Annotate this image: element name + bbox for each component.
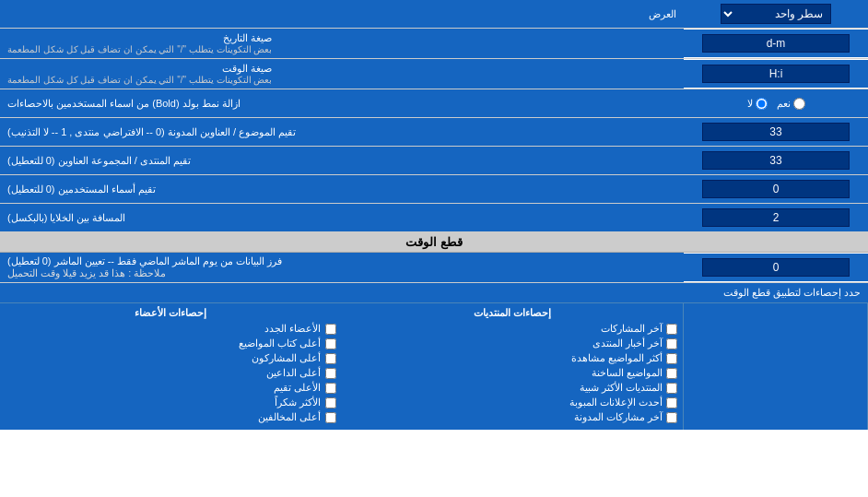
time-cut-section-header: قطع الوقت	[0, 232, 868, 253]
time-cut-row: فرز البيانات من يوم الماشر الماضي فقط --…	[0, 253, 868, 283]
date-format-label: صيغة التاريخ بعض التكوينات يتطلب "/" الت…	[0, 29, 684, 58]
stat-members-5: الأعلى تقيم	[6, 382, 336, 394]
stats-col-empty	[684, 303, 868, 430]
users-per-page-input[interactable]	[702, 180, 850, 198]
display-label: العرض	[0, 5, 684, 24]
stat-members-4: أعلى الداعين	[6, 367, 336, 379]
stat-members-7-checkbox[interactable]	[325, 412, 336, 423]
stats-col-forums: إحصاءات المنتديات آخر المشاركات آخر أخبا…	[342, 303, 685, 430]
display-select[interactable]: سطر واحدسطرينثلاثة أسطر	[721, 4, 831, 24]
time-format-input-wrapper	[684, 60, 868, 88]
cell-gap-input-wrapper	[684, 204, 868, 231]
stat-forums-5: المنتديات الأكثر شبية	[347, 382, 678, 394]
bold-remove-row: ازالة نمط بولد (Bold) من اسماء المستخدمي…	[0, 89, 868, 118]
topics-per-page-input-wrapper	[684, 118, 868, 146]
main-container: العرض سطر واحدسطرينثلاثة أسطر صيغة التار…	[0, 0, 868, 430]
stat-members-6: الأكثر شكراً	[6, 396, 336, 408]
stat-members-1: الأعضاء الجدد	[6, 323, 336, 335]
topics-per-page-label: تقيم الموضوع / العناوين المدونة (0 -- ال…	[0, 118, 684, 146]
display-select-wrapper: سطر واحدسطرينثلاثة أسطر	[684, 0, 868, 28]
stat-forums-2: آخر أخبار المنتدى	[347, 337, 678, 349]
bold-no-radio[interactable]	[756, 98, 768, 110]
stat-forums-3-checkbox[interactable]	[666, 353, 677, 364]
topics-per-page-row: تقيم الموضوع / العناوين المدونة (0 -- ال…	[0, 118, 868, 147]
stats-col-members: إحصاءات الأعضاء الأعضاء الجدد أعلى كتاب …	[0, 303, 342, 430]
stat-members-4-checkbox[interactable]	[325, 368, 336, 379]
stat-forums-1: آخر المشاركات	[347, 323, 678, 335]
stats-columns: إحصاءات المنتديات آخر المشاركات آخر أخبا…	[0, 303, 868, 430]
forums-per-page-input[interactable]	[702, 151, 850, 170]
time-cut-input-wrapper	[684, 254, 868, 281]
time-format-label: صيغة الوقت بعض التكوينات يتطلب "/" التي …	[0, 59, 684, 89]
stat-members-2-checkbox[interactable]	[325, 338, 336, 349]
bold-yes-label: نعم	[777, 98, 805, 110]
stat-forums-4: المواضيع الساخنة	[347, 367, 678, 379]
stat-forums-7-checkbox[interactable]	[666, 412, 677, 423]
date-format-input-wrapper	[684, 30, 868, 57]
display-row: العرض سطر واحدسطرينثلاثة أسطر	[0, 0, 868, 29]
stat-forums-3: أكثر المواضيع مشاهدة	[347, 352, 678, 364]
stat-members-7: أعلى المخالفين	[6, 411, 336, 423]
time-cut-input[interactable]	[702, 258, 850, 277]
time-format-input[interactable]	[702, 65, 850, 83]
stat-forums-6: أحدث الإعلانات المبوبة	[347, 396, 678, 408]
cell-gap-row: المسافة بين الخلايا (بالبكسل)	[0, 204, 868, 232]
stat-forums-4-checkbox[interactable]	[666, 368, 677, 379]
stat-forums-7: آخر مشاركات المدونة	[347, 411, 678, 423]
stats-col-members-header: إحصاءات الأعضاء	[6, 307, 336, 319]
forums-per-page-label: تقيم المنتدى / المجموعة العناوين (0 للتع…	[0, 147, 684, 174]
stat-members-1-checkbox[interactable]	[325, 324, 336, 335]
stat-forums-6-checkbox[interactable]	[666, 397, 677, 408]
cell-gap-input[interactable]	[702, 208, 850, 227]
users-per-page-input-wrapper	[684, 175, 868, 203]
date-format-row: صيغة التاريخ بعض التكوينات يتطلب "/" الت…	[0, 29, 868, 59]
stat-forums-2-checkbox[interactable]	[666, 338, 677, 349]
stat-members-2: أعلى كتاب المواضيع	[6, 337, 336, 349]
bold-remove-radio-group: نعم لا	[684, 89, 868, 117]
bold-remove-label: ازالة نمط بولد (Bold) من اسماء المستخدمي…	[0, 89, 684, 117]
stat-forums-1-checkbox[interactable]	[666, 324, 677, 335]
topics-per-page-input[interactable]	[702, 123, 850, 141]
stat-members-3: أعلى المشاركون	[6, 352, 336, 364]
users-per-page-label: تقيم أسماء المستخدمين (0 للتعطيل)	[0, 175, 684, 203]
stats-title-row: حدد إحصاءات لتطبيق قطع الوقت	[0, 283, 868, 303]
forums-per-page-input-wrapper	[684, 147, 868, 174]
stat-members-6-checkbox[interactable]	[325, 397, 336, 408]
stat-members-3-checkbox[interactable]	[325, 353, 336, 364]
time-cut-label-area: فرز البيانات من يوم الماشر الماضي فقط --…	[0, 253, 684, 282]
stats-col-forums-header: إحصاءات المنتديات	[347, 307, 678, 319]
bold-yes-radio[interactable]	[793, 98, 805, 110]
date-format-input[interactable]	[702, 34, 850, 53]
time-format-row: صيغة الوقت بعض التكوينات يتطلب "/" التي …	[0, 59, 868, 89]
bold-no-label: لا	[747, 98, 768, 110]
stat-forums-5-checkbox[interactable]	[666, 383, 677, 394]
users-per-page-row: تقيم أسماء المستخدمين (0 للتعطيل)	[0, 175, 868, 204]
stat-members-5-checkbox[interactable]	[325, 383, 336, 394]
forums-per-page-row: تقيم المنتدى / المجموعة العناوين (0 للتع…	[0, 147, 868, 175]
cell-gap-label: المسافة بين الخلايا (بالبكسل)	[0, 204, 684, 231]
